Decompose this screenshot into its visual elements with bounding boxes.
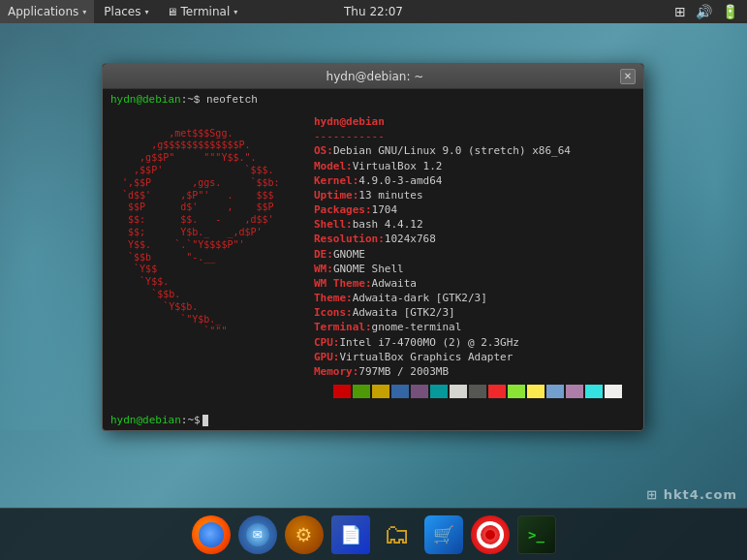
color-block-3 — [372, 385, 389, 398]
dock-item-writer[interactable]: 📄 — [329, 513, 372, 556]
color-palette — [314, 385, 636, 398]
desktop: Applications ▾ Places ▾ 🖥 Terminal ▾ Thu… — [0, 0, 747, 560]
color-block-11 — [527, 385, 545, 398]
watermark: ⊞ hkt4.com — [646, 486, 737, 502]
color-block-15 — [605, 385, 622, 398]
wmtheme-value: Adwaita — [372, 276, 417, 291]
bg-decoration-left — [0, 23, 107, 430]
color-block-6 — [430, 385, 448, 398]
wm-label: WM: — [314, 262, 333, 276]
cpu-label: CPU: — [314, 335, 340, 350]
prompt-bottom-user: hydn@debian — [110, 414, 181, 426]
prompt-sep-top: :~$ — [181, 94, 201, 106]
cursor-block — [202, 415, 208, 426]
settings-gear: ⚙ — [296, 523, 313, 546]
dock-item-filemanager[interactable]: 🗂 — [376, 513, 419, 556]
writer-icon: 📄 — [331, 515, 370, 554]
neofetch-info: hydn@debian ----------- OS: Debian GNU/L… — [304, 114, 636, 402]
applications-menu[interactable]: Applications ▾ — [0, 0, 94, 23]
icons-value: Adwaita [GTK2/3] — [353, 305, 455, 320]
software-symbol: 🛒 — [433, 524, 454, 544]
network-icon[interactable]: ⊞ — [671, 4, 689, 19]
neofetch-command: neofetch — [200, 94, 257, 106]
mail-symbol: ✉ — [252, 528, 262, 542]
volume-icon[interactable]: 🔊 — [693, 4, 715, 19]
neofetch-ascii-art: ,met$$$Sgg. ,g$$$$$$$$$$$$$P. ,g$$P" """… — [110, 114, 304, 402]
os-value: Debian GNU/Linux 9.0 (stretch) x86_64 — [333, 143, 571, 158]
cpu-value: Intel i7-4700MO (2) @ 2.3GHz — [340, 335, 519, 350]
dock-item-firefox[interactable] — [190, 513, 233, 556]
kernel-label: Kernel: — [314, 173, 358, 188]
help-icon — [471, 515, 510, 554]
memory-value: 797MB / 2003MB — [358, 364, 449, 379]
color-block-1 — [333, 385, 351, 398]
top-panel: Applications ▾ Places ▾ 🖥 Terminal ▾ Thu… — [0, 0, 747, 23]
color-block-8 — [469, 385, 486, 398]
color-block-5 — [411, 385, 428, 398]
folder-symbol: 🗂 — [384, 518, 411, 550]
uptime-value: 13 minutes — [358, 188, 422, 202]
dock-item-settings[interactable]: ⚙ — [283, 513, 326, 556]
packages-value: 1704 — [372, 202, 398, 217]
dock-item-terminal[interactable]: >_ — [515, 513, 558, 556]
shell-label: Shell: — [314, 217, 353, 232]
terminal-body: hydn@debian:~$ neofetch ,met$$$Sgg. ,g$$… — [103, 89, 643, 410]
writer-symbol: 📄 — [340, 524, 361, 544]
kernel-value: 4.9.0-3-amd64 — [358, 173, 442, 188]
de-value: GNOME — [333, 247, 365, 262]
applications-label: Applications — [8, 5, 78, 18]
terminal-titlebar: hydn@debian: ~ ✕ — [103, 64, 643, 89]
mail-icon: ✉ — [238, 515, 277, 554]
terminal-label: Terminal — [181, 5, 231, 18]
panel-clock: Thu 22:07 — [344, 5, 403, 18]
color-block-12 — [546, 385, 564, 398]
resolution-value: 1024x768 — [385, 232, 436, 246]
taskbar: ✉ ⚙ 📄 🗂 🛒 — [0, 508, 747, 560]
lifesaver-ring — [477, 521, 504, 548]
de-label: DE: — [314, 247, 333, 262]
color-block-0 — [314, 385, 331, 398]
color-block-10 — [508, 385, 525, 398]
mail-inner: ✉ — [246, 523, 269, 546]
neofetch-username: hydn@debian — [314, 114, 385, 129]
lifesaver-center — [485, 530, 495, 540]
color-block-4 — [391, 385, 409, 398]
gpu-label: GPU: — [314, 350, 340, 364]
color-block-13 — [566, 385, 583, 398]
packages-label: Packages: — [314, 202, 372, 217]
settings-icon: ⚙ — [285, 515, 324, 554]
color-block-14 — [585, 385, 603, 398]
panel-left: Applications ▾ Places ▾ 🖥 Terminal ▾ — [0, 0, 245, 23]
terminal-window: hydn@debian: ~ ✕ hydn@debian:~$ neofetch… — [102, 63, 644, 431]
model-value: VirtualBox 1.2 — [353, 159, 443, 173]
resolution-label: Resolution: — [314, 232, 385, 246]
gpu-value: VirtualBox Graphics Adapter — [340, 350, 514, 364]
memory-label: Memory: — [314, 364, 358, 379]
bg-decoration-right — [640, 23, 747, 430]
dock-item-mail[interactable]: ✉ — [236, 513, 279, 556]
prompt-bottom-sep: :~$ — [181, 414, 201, 426]
places-menu[interactable]: Places ▾ — [96, 0, 156, 23]
color-block-7 — [450, 385, 467, 398]
dock-item-help[interactable] — [469, 513, 512, 556]
terminal-close-button[interactable]: ✕ — [620, 69, 636, 84]
dock-item-software[interactable]: 🛒 — [422, 513, 465, 556]
terminal-prompt-bottom[interactable]: hydn@debian:~$ — [103, 410, 643, 430]
model-label: Model: — [314, 159, 353, 173]
firefox-globe — [199, 522, 224, 547]
terminal-menu[interactable]: 🖥 Terminal ▾ — [159, 0, 246, 23]
filemanager-icon: 🗂 — [378, 515, 417, 554]
software-icon: 🛒 — [424, 515, 463, 554]
terminal-icon-panel: 🖥 — [167, 6, 177, 18]
wm-value: GNOME Shell — [333, 262, 404, 276]
panel-right: ⊞ 🔊 🔋 — [671, 4, 747, 19]
neofetch-separator: ----------- — [314, 129, 385, 143]
battery-icon[interactable]: 🔋 — [719, 4, 741, 19]
terminal-arrow: ▾ — [233, 8, 237, 16]
terminal-info-label: Terminal: — [314, 320, 372, 334]
color-block-2 — [353, 385, 370, 398]
applications-arrow: ▾ — [82, 8, 86, 16]
places-label: Places — [104, 5, 140, 18]
os-label: OS: — [314, 143, 333, 158]
terminal-info-value: gnome-terminal — [372, 320, 462, 334]
